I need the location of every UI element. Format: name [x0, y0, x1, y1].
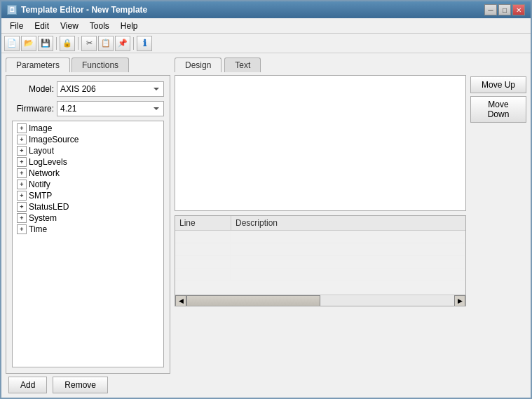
tree-label-network: Network — [29, 168, 60, 178]
tree-item-time[interactable]: + Time — [14, 224, 162, 235]
window-icon: 🗒 — [7, 5, 17, 15]
expander-loglevels[interactable]: + — [17, 157, 27, 167]
tree-item-network[interactable]: + Network — [14, 168, 162, 179]
parameters-panel: Model: AXIS 206 Firmware: 4.21 + — [6, 75, 170, 374]
scroll-track[interactable] — [186, 295, 454, 306]
right-panel: Design Text Line Description — [175, 58, 526, 393]
table-row[interactable] — [175, 256, 465, 269]
expander-smtp[interactable]: + — [17, 191, 27, 201]
toolbar-open-button[interactable]: 📂 — [21, 36, 36, 51]
scroll-thumb[interactable] — [186, 295, 320, 306]
firmware-select[interactable]: 4.21 — [57, 101, 164, 116]
title-controls: ─ □ ✕ — [484, 4, 525, 15]
add-button[interactable]: Add — [8, 377, 47, 393]
title-bar-left: 🗒 Template Editor - New Template — [7, 5, 147, 15]
toolbar-new-button[interactable]: 📄 — [4, 36, 20, 51]
model-label: Model: — [12, 84, 54, 94]
tree-label-time: Time — [29, 224, 47, 234]
tab-design[interactable]: Design — [175, 58, 221, 72]
tree-container[interactable]: + Image + ImageSource + Layout + LogLeve… — [12, 121, 164, 367]
tree-item-statusled[interactable]: + StatusLED — [14, 201, 162, 212]
tab-functions[interactable]: Functions — [71, 58, 129, 72]
cell-line-2 — [175, 243, 231, 255]
cell-line-4 — [175, 269, 231, 280]
tree-label-statusled: StatusLED — [29, 202, 69, 212]
maximize-button[interactable]: □ — [498, 4, 511, 15]
minimize-button[interactable]: ─ — [484, 4, 497, 15]
tab-text[interactable]: Text — [224, 58, 261, 72]
toolbar-lock-button[interactable]: 🔒 — [60, 36, 75, 51]
toolbar-copy-button[interactable]: 📋 — [98, 36, 114, 51]
toolbar-paste-button[interactable]: 📌 — [115, 36, 130, 51]
title-bar: 🗒 Template Editor - New Template ─ □ ✕ — [1, 1, 531, 18]
toolbar-separator-2 — [78, 37, 79, 50]
expander-imagesource[interactable]: + — [17, 135, 27, 144]
tree-label-notify: Notify — [29, 180, 50, 189]
table-row[interactable] — [175, 231, 465, 243]
expander-system[interactable]: + — [17, 213, 27, 223]
toolbar-separator-3 — [133, 37, 134, 50]
design-canvas — [175, 75, 466, 211]
model-row: Model: AXIS 206 — [12, 81, 164, 97]
tree-label-layout: Layout — [29, 146, 54, 156]
move-down-button[interactable]: Move Down — [470, 96, 526, 123]
col-header-description: Description — [231, 216, 465, 230]
table-body — [175, 231, 465, 295]
menu-edit[interactable]: Edit — [29, 20, 55, 32]
toolbar-cut-button[interactable]: ✂ — [81, 36, 97, 51]
expander-statusled[interactable]: + — [17, 202, 27, 212]
tree-item-system[interactable]: + System — [14, 212, 162, 224]
expander-notify[interactable]: + — [17, 180, 27, 189]
tree-label-imagesource: ImageSource — [29, 135, 79, 144]
tree-item-imagesource[interactable]: + ImageSource — [14, 134, 162, 145]
tree-item-loglevels[interactable]: + LogLevels — [14, 156, 162, 168]
col-header-line: Line — [175, 216, 231, 230]
right-top: Line Description — [175, 75, 526, 306]
bottom-buttons: Add Remove — [6, 377, 170, 393]
bottom-table-area: Line Description — [175, 215, 466, 306]
tree-item-notify[interactable]: + Notify — [14, 179, 162, 190]
cell-line-3 — [175, 256, 231, 268]
menu-view[interactable]: View — [55, 20, 84, 32]
menu-tools[interactable]: Tools — [84, 20, 115, 32]
tree-label-system: System — [29, 213, 57, 223]
expander-network[interactable]: + — [17, 168, 27, 178]
main-window: 🗒 Template Editor - New Template ─ □ ✕ F… — [0, 0, 532, 399]
tree-item-image[interactable]: + Image — [14, 123, 162, 134]
main-content: Parameters Functions Model: AXIS 206 Fir… — [1, 53, 531, 398]
cell-desc-4 — [231, 269, 465, 280]
tab-parameters[interactable]: Parameters — [6, 58, 70, 72]
expander-layout[interactable]: + — [17, 146, 27, 156]
cell-line-1 — [175, 231, 231, 243]
cell-desc-1 — [231, 231, 465, 243]
horizontal-scrollbar[interactable]: ◀ ▶ — [175, 295, 465, 306]
toolbar-help-button[interactable]: ℹ — [137, 36, 152, 51]
menu-bar: File Edit View Tools Help — [1, 18, 531, 34]
table-row[interactable] — [175, 269, 465, 281]
cell-desc-3 — [231, 256, 465, 268]
table-header: Line Description — [175, 216, 465, 231]
remove-button[interactable]: Remove — [53, 377, 108, 393]
right-tab-row: Design Text — [175, 58, 526, 72]
tree-item-layout[interactable]: + Layout — [14, 145, 162, 156]
tree-item-smtp[interactable]: + SMTP — [14, 190, 162, 201]
tree-label-smtp: SMTP — [29, 191, 52, 201]
window-title: Template Editor - New Template — [21, 5, 147, 15]
side-buttons: Move Up Move Down — [470, 75, 526, 306]
scroll-left-button[interactable]: ◀ — [175, 295, 186, 306]
toolbar-save-button[interactable]: 💾 — [38, 36, 53, 51]
expander-time[interactable]: + — [17, 224, 27, 234]
left-panel: Parameters Functions Model: AXIS 206 Fir… — [6, 58, 170, 393]
menu-file[interactable]: File — [4, 20, 29, 32]
left-tab-row: Parameters Functions — [6, 58, 170, 72]
move-up-button[interactable]: Move Up — [470, 76, 526, 93]
scroll-right-button[interactable]: ▶ — [454, 295, 465, 306]
expander-image[interactable]: + — [17, 123, 27, 133]
cell-desc-2 — [231, 243, 465, 255]
tree-label-image: Image — [29, 123, 52, 133]
close-button[interactable]: ✕ — [512, 4, 525, 15]
firmware-row: Firmware: 4.21 — [12, 101, 164, 116]
menu-help[interactable]: Help — [115, 20, 144, 32]
model-select[interactable]: AXIS 206 — [57, 81, 164, 97]
table-row[interactable] — [175, 243, 465, 256]
